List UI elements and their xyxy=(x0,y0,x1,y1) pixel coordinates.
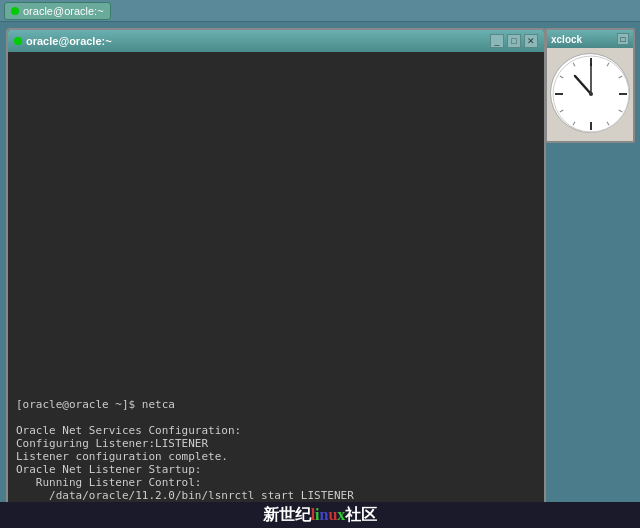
terminal-minimize-btn[interactable]: _ xyxy=(490,34,504,48)
taskbar-dot xyxy=(11,7,19,15)
xclock-widget: xclock □ xyxy=(545,28,635,143)
terminal-line-4: Configuring Listener:LISTENER xyxy=(16,437,536,450)
terminal-title: oracle@oracle:~ xyxy=(26,35,112,47)
community-text: 新世纪linux社区 xyxy=(263,505,378,526)
terminal-window: oracle@oracle:~ _ □ ✕ Oracle Net Configu… xyxy=(6,28,546,518)
taskbar-terminal-label: oracle@oracle:~ xyxy=(23,5,104,17)
terminal-line-7: Running Listener Control: xyxy=(16,476,536,489)
terminal-titlebar-left: oracle@oracle:~ xyxy=(14,35,112,47)
taskbar-terminal-item[interactable]: oracle@oracle:~ xyxy=(4,2,111,20)
terminal-line-6: Oracle Net Listener Startup: xyxy=(16,463,536,476)
terminal-titlebar-controls: _ □ ✕ xyxy=(490,34,538,48)
terminal-maximize-btn[interactable]: □ xyxy=(507,34,521,48)
xclock-svg xyxy=(551,54,631,134)
terminal-titlebar: oracle@oracle:~ _ □ ✕ xyxy=(8,30,544,52)
community-char-7: 社区 xyxy=(345,506,377,523)
xclock-title: xclock xyxy=(551,34,582,45)
terminal-line-3: Oracle Net Services Configuration: xyxy=(16,424,536,437)
xclock-titlebar: xclock □ xyxy=(547,30,633,48)
svg-point-41 xyxy=(589,92,593,96)
terminal-close-btn[interactable]: ✕ xyxy=(524,34,538,48)
terminal-line-2 xyxy=(16,411,536,424)
terminal-line-5: Listener configuration complete. xyxy=(16,450,536,463)
terminal-line-8: /data/oracle/11.2.0/bin/lsnrctl start LI… xyxy=(16,489,536,502)
terminal-status-dot xyxy=(14,37,22,45)
xclock-maximize-btn[interactable]: □ xyxy=(617,33,629,45)
community-bar: 新世纪linux社区 xyxy=(0,502,640,528)
terminal-line-1: [oracle@oracle ~]$ netca xyxy=(16,398,536,411)
xclock-face xyxy=(550,53,630,133)
community-char-1: 新世纪 xyxy=(263,506,311,523)
taskbar: oracle@oracle:~ xyxy=(0,0,640,22)
terminal-text-area: [oracle@oracle ~]$ netca Oracle Net Serv… xyxy=(16,398,536,516)
terminal-content: [oracle@oracle ~]$ netca Oracle Net Serv… xyxy=(8,52,544,516)
